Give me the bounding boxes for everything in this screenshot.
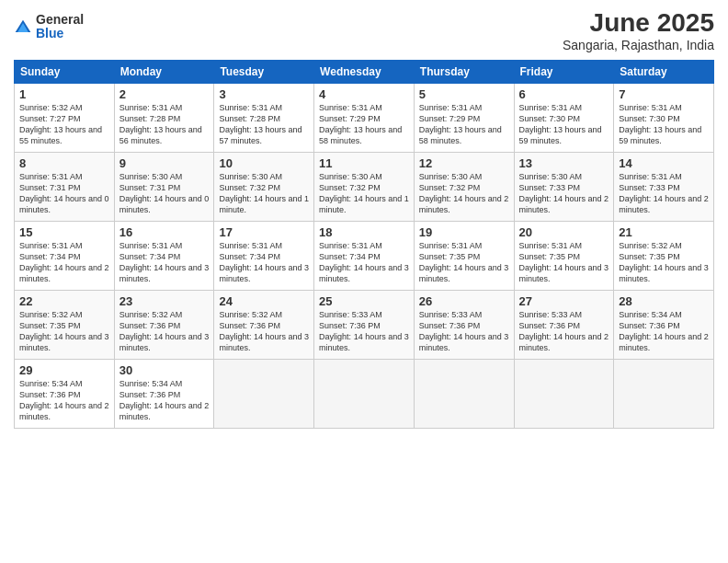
month-title: June 2025 [563, 9, 714, 38]
day-header-friday: Friday [514, 60, 614, 83]
calendar-cell: 9Sunrise: 5:30 AMSunset: 7:31 PMDaylight… [114, 152, 214, 221]
day-info: Sunrise: 5:31 AMSunset: 7:34 PMDaylight:… [319, 240, 409, 285]
day-info: Sunrise: 5:31 AMSunset: 7:35 PMDaylight:… [419, 240, 509, 285]
calendar-cell: 20Sunrise: 5:31 AMSunset: 7:35 PMDayligh… [514, 221, 614, 290]
day-info: Sunrise: 5:31 AMSunset: 7:30 PMDaylight:… [519, 102, 609, 147]
subtitle: Sangaria, Rajasthan, India [563, 38, 714, 52]
calendar-cell: 16Sunrise: 5:31 AMSunset: 7:34 PMDayligh… [114, 221, 214, 290]
day-header-wednesday: Wednesday [314, 60, 415, 83]
calendar-header-row: SundayMondayTuesdayWednesdayThursdayFrid… [15, 60, 714, 83]
day-header-thursday: Thursday [414, 60, 514, 83]
day-number: 20 [519, 225, 609, 239]
calendar-cell: 22Sunrise: 5:32 AMSunset: 7:35 PMDayligh… [15, 290, 115, 359]
day-info: Sunrise: 5:32 AMSunset: 7:35 PMDaylight:… [19, 309, 109, 354]
day-header-tuesday: Tuesday [214, 60, 314, 83]
day-info: Sunrise: 5:31 AMSunset: 7:34 PMDaylight:… [19, 240, 109, 285]
header: General Blue June 2025 Sangaria, Rajasth… [14, 9, 714, 52]
day-info: Sunrise: 5:33 AMSunset: 7:36 PMDaylight:… [519, 309, 609, 354]
day-number: 6 [519, 87, 609, 101]
logo: General Blue [14, 13, 84, 41]
day-info: Sunrise: 5:31 AMSunset: 7:34 PMDaylight:… [219, 240, 309, 285]
day-info: Sunrise: 5:30 AMSunset: 7:31 PMDaylight:… [119, 171, 210, 216]
day-info: Sunrise: 5:30 AMSunset: 7:32 PMDaylight:… [319, 171, 409, 216]
day-number: 14 [619, 156, 709, 170]
logo-icon [14, 18, 32, 37]
day-info: Sunrise: 5:31 AMSunset: 7:35 PMDaylight:… [519, 240, 609, 285]
day-info: Sunrise: 5:33 AMSunset: 7:36 PMDaylight:… [419, 309, 509, 354]
calendar-week-1: 1Sunrise: 5:32 AMSunset: 7:27 PMDaylight… [15, 83, 714, 152]
day-number: 9 [119, 156, 210, 170]
day-number: 5 [419, 87, 509, 101]
calendar-cell [614, 359, 714, 428]
day-header-saturday: Saturday [614, 60, 714, 83]
calendar-cell [514, 359, 614, 428]
day-number: 25 [319, 294, 409, 308]
calendar-cell: 21Sunrise: 5:32 AMSunset: 7:35 PMDayligh… [614, 221, 714, 290]
calendar-cell: 23Sunrise: 5:32 AMSunset: 7:36 PMDayligh… [114, 290, 214, 359]
calendar-cell: 13Sunrise: 5:30 AMSunset: 7:33 PMDayligh… [514, 152, 614, 221]
day-info: Sunrise: 5:31 AMSunset: 7:29 PMDaylight:… [419, 102, 509, 147]
day-info: Sunrise: 5:32 AMSunset: 7:27 PMDaylight:… [19, 102, 109, 147]
title-block: June 2025 Sangaria, Rajasthan, India [563, 9, 714, 52]
day-number: 15 [19, 225, 109, 239]
day-number: 27 [519, 294, 609, 308]
day-info: Sunrise: 5:32 AMSunset: 7:35 PMDaylight:… [619, 240, 709, 285]
day-number: 16 [119, 225, 210, 239]
calendar-cell: 24Sunrise: 5:32 AMSunset: 7:36 PMDayligh… [214, 290, 314, 359]
calendar-cell: 19Sunrise: 5:31 AMSunset: 7:35 PMDayligh… [414, 221, 514, 290]
day-info: Sunrise: 5:32 AMSunset: 7:36 PMDaylight:… [119, 309, 210, 354]
day-info: Sunrise: 5:30 AMSunset: 7:33 PMDaylight:… [519, 171, 609, 216]
day-header-sunday: Sunday [15, 60, 115, 83]
day-info: Sunrise: 5:31 AMSunset: 7:34 PMDaylight:… [119, 240, 210, 285]
calendar-cell: 25Sunrise: 5:33 AMSunset: 7:36 PMDayligh… [314, 290, 415, 359]
calendar-cell: 7Sunrise: 5:31 AMSunset: 7:30 PMDaylight… [614, 83, 714, 152]
day-number: 21 [619, 225, 709, 239]
day-number: 24 [219, 294, 309, 308]
day-info: Sunrise: 5:30 AMSunset: 7:32 PMDaylight:… [419, 171, 509, 216]
calendar-cell: 10Sunrise: 5:30 AMSunset: 7:32 PMDayligh… [214, 152, 314, 221]
calendar-cell [314, 359, 415, 428]
day-number: 1 [19, 87, 109, 101]
day-number: 4 [319, 87, 409, 101]
calendar-cell: 4Sunrise: 5:31 AMSunset: 7:29 PMDaylight… [314, 83, 415, 152]
day-number: 23 [119, 294, 210, 308]
day-number: 18 [319, 225, 409, 239]
day-info: Sunrise: 5:31 AMSunset: 7:28 PMDaylight:… [219, 102, 309, 147]
day-number: 12 [419, 156, 509, 170]
day-info: Sunrise: 5:31 AMSunset: 7:33 PMDaylight:… [619, 171, 709, 216]
day-number: 11 [319, 156, 409, 170]
day-info: Sunrise: 5:31 AMSunset: 7:30 PMDaylight:… [619, 102, 709, 147]
day-info: Sunrise: 5:34 AMSunset: 7:36 PMDaylight:… [119, 378, 210, 423]
day-number: 28 [619, 294, 709, 308]
logo-blue: Blue [36, 27, 84, 40]
calendar-cell: 8Sunrise: 5:31 AMSunset: 7:31 PMDaylight… [15, 152, 115, 221]
day-number: 17 [219, 225, 309, 239]
logo-text: General Blue [36, 13, 84, 41]
calendar-cell: 5Sunrise: 5:31 AMSunset: 7:29 PMDaylight… [414, 83, 514, 152]
calendar-cell: 18Sunrise: 5:31 AMSunset: 7:34 PMDayligh… [314, 221, 415, 290]
calendar-table: SundayMondayTuesdayWednesdayThursdayFrid… [14, 60, 714, 429]
day-info: Sunrise: 5:33 AMSunset: 7:36 PMDaylight:… [319, 309, 409, 354]
calendar-cell [414, 359, 514, 428]
calendar-cell: 28Sunrise: 5:34 AMSunset: 7:36 PMDayligh… [614, 290, 714, 359]
day-number: 29 [19, 363, 109, 377]
calendar-cell: 12Sunrise: 5:30 AMSunset: 7:32 PMDayligh… [414, 152, 514, 221]
day-info: Sunrise: 5:31 AMSunset: 7:29 PMDaylight:… [319, 102, 409, 147]
logo-general: General [36, 13, 84, 27]
calendar-week-4: 22Sunrise: 5:32 AMSunset: 7:35 PMDayligh… [15, 290, 714, 359]
calendar-cell: 14Sunrise: 5:31 AMSunset: 7:33 PMDayligh… [614, 152, 714, 221]
calendar-cell: 30Sunrise: 5:34 AMSunset: 7:36 PMDayligh… [114, 359, 214, 428]
day-info: Sunrise: 5:34 AMSunset: 7:36 PMDaylight:… [19, 378, 109, 423]
calendar-cell: 26Sunrise: 5:33 AMSunset: 7:36 PMDayligh… [414, 290, 514, 359]
day-info: Sunrise: 5:31 AMSunset: 7:28 PMDaylight:… [119, 102, 210, 147]
day-number: 13 [519, 156, 609, 170]
day-info: Sunrise: 5:32 AMSunset: 7:36 PMDaylight:… [219, 309, 309, 354]
calendar-cell [214, 359, 314, 428]
calendar-cell: 2Sunrise: 5:31 AMSunset: 7:28 PMDaylight… [114, 83, 214, 152]
day-number: 30 [119, 363, 210, 377]
calendar-cell: 15Sunrise: 5:31 AMSunset: 7:34 PMDayligh… [15, 221, 115, 290]
day-info: Sunrise: 5:30 AMSunset: 7:32 PMDaylight:… [219, 171, 309, 216]
calendar-cell: 11Sunrise: 5:30 AMSunset: 7:32 PMDayligh… [314, 152, 415, 221]
calendar-cell: 29Sunrise: 5:34 AMSunset: 7:36 PMDayligh… [15, 359, 115, 428]
day-info: Sunrise: 5:34 AMSunset: 7:36 PMDaylight:… [619, 309, 709, 354]
